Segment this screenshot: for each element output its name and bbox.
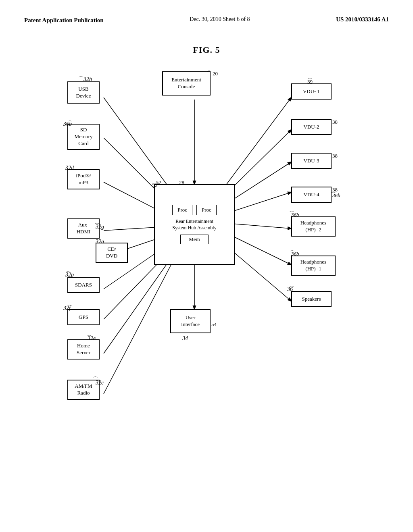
ref-32a: 32a (96, 239, 104, 245)
ref-38b: 38 (332, 153, 338, 159)
svg-line-8 (104, 255, 173, 353)
proc1-box: Proc (172, 205, 192, 216)
headphones2-box: Headphones(HP)- 2 (291, 216, 336, 237)
svg-line-9 (104, 259, 174, 394)
vdu3-box: VDU-3 (291, 153, 332, 169)
header-center: Dec. 30, 2010 Sheet 6 of 8 (190, 16, 250, 23)
page: Patent Application Publication Dec. 30, … (0, 0, 413, 532)
diagram: EntertainmentConsole 20 ⌒ Proc Proc Rear… (25, 59, 388, 482)
ref-54: 54 (211, 321, 217, 328)
entertainment-console-box: EntertainmentConsole (162, 71, 211, 96)
header-left: Patent Application Publication (24, 16, 104, 25)
ipod-box: iPod®/mP3 (67, 169, 100, 189)
ref-32h: 32h (83, 76, 92, 83)
proc2-box: Proc (196, 205, 217, 216)
headphones1-box: Headphones(HP)- 1 (291, 256, 336, 276)
vdu4-box: VDU-4 (291, 187, 332, 203)
ref-32d: 32d (65, 165, 74, 171)
vdu1-box: VDU- 1 (291, 83, 332, 100)
header: Patent Application Publication Dec. 30, … (0, 0, 413, 33)
ref-38a: 38 (332, 119, 338, 125)
header-right: US 2010/0333146 A1 (336, 16, 389, 23)
ref-20: 20 (213, 71, 218, 77)
usb-box: USBDevice (67, 81, 100, 104)
mem-box: Mem (180, 235, 208, 245)
user-interface-box: UserInterface (170, 309, 211, 333)
ref-28: 28 (179, 179, 184, 186)
home-server-box: HomeServer (67, 339, 100, 360)
fig-title: FIG. 5 (0, 45, 413, 55)
hub-box: Proc Proc Rear EntertainmentSystem Hub A… (154, 184, 235, 265)
gps-box: GPS (67, 309, 100, 325)
ref-52b: 52 (152, 182, 158, 189)
speakers-box: Speakers (291, 291, 332, 307)
sdars-box: SDARS (67, 277, 100, 293)
ref-34: 34 (182, 335, 188, 342)
vdu2-box: VDU-2 (291, 119, 332, 135)
cd-dvd-box: CD/DVD (96, 243, 128, 263)
sd-box: SDMemoryCard (67, 124, 100, 150)
